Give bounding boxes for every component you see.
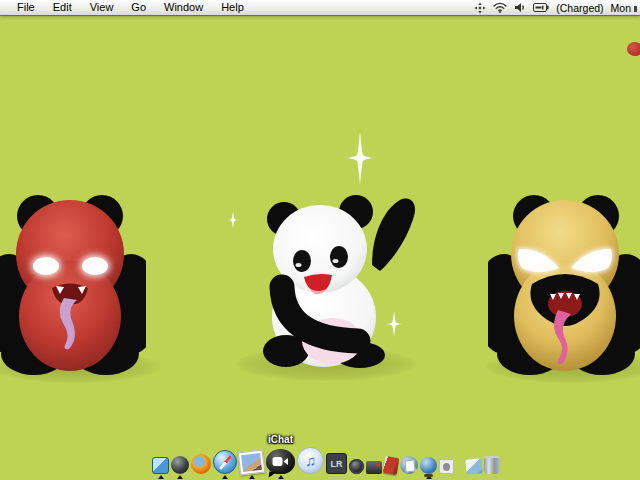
- battery-icon[interactable]: [533, 3, 549, 12]
- firefox-icon: [191, 454, 211, 474]
- desktop-wallpaper[interactable]: iChat ♫ LR: [0, 15, 640, 480]
- dock: iChat ♫ LR: [152, 447, 500, 479]
- safari-compass-icon: [213, 450, 237, 474]
- mac-desktop-screen: { "menu_bar": { "menus": [ {"label": "Fi…: [0, 0, 640, 480]
- wifi-icon[interactable]: [493, 2, 507, 13]
- dock-item-camera-app[interactable]: [366, 461, 382, 479]
- dock-item-red-book-app[interactable]: [384, 457, 398, 479]
- dock-item-globe-stand-app[interactable]: [420, 457, 437, 479]
- dock-item-ichat[interactable]: iChat: [266, 449, 295, 479]
- menu-window[interactable]: Window: [155, 0, 212, 15]
- menu-view[interactable]: View: [81, 0, 123, 15]
- dock-item-apple-box-app[interactable]: [439, 459, 454, 479]
- video-camera-glyph: [272, 456, 289, 467]
- dark-globe-icon: [171, 456, 189, 474]
- running-indicator: [158, 475, 164, 479]
- menu-file[interactable]: File: [8, 0, 44, 15]
- apple-box-icon: [439, 459, 454, 474]
- globe-stand-icon: [420, 457, 437, 474]
- menu-help[interactable]: Help: [212, 0, 253, 15]
- sparkle-small-left: [226, 211, 240, 229]
- gold-angry-panda-artwork: [488, 192, 640, 377]
- dock-item-dark-globe-app[interactable]: [171, 456, 189, 479]
- blue-document-icon: [465, 458, 482, 474]
- dock-item-itunes[interactable]: ♫: [297, 447, 324, 479]
- menu-bar-status: (Charged) Mon: [474, 2, 640, 14]
- menu-bar-clock[interactable]: Mon: [611, 2, 637, 14]
- dock-item-lightroom[interactable]: LR: [326, 453, 347, 479]
- dock-item-globe-document-app[interactable]: [400, 456, 418, 479]
- red-book-icon: [383, 456, 399, 475]
- camera-icon: [366, 461, 382, 474]
- running-indicator: [222, 475, 228, 479]
- trash-icon: [484, 456, 500, 474]
- battery-status-label[interactable]: (Charged): [556, 2, 603, 14]
- menu-go[interactable]: Go: [122, 0, 155, 15]
- lightroom-badge: LR: [331, 459, 343, 469]
- music-note-glyph: ♫: [305, 453, 316, 468]
- dock-item-trash[interactable]: [484, 456, 500, 479]
- finder-icon: [152, 457, 169, 474]
- running-indicator: [278, 475, 284, 479]
- running-indicator: [177, 475, 183, 479]
- menu-bar: File Edit View Go Window Help: [0, 0, 640, 15]
- dock-item-camera-lens-app[interactable]: [349, 459, 364, 479]
- ichat-bubble-icon: [266, 449, 295, 474]
- sparkle-large: [340, 129, 380, 187]
- white-waving-panda-artwork: [252, 191, 424, 375]
- four-arrows-icon[interactable]: [474, 2, 486, 14]
- dock-item-finder[interactable]: [152, 457, 169, 479]
- dock-item-iphoto[interactable]: [239, 451, 264, 479]
- red-dot-accent: [627, 42, 640, 56]
- dock-item-firefox[interactable]: [191, 454, 211, 479]
- iphoto-icon: [238, 450, 266, 476]
- menu-bar-menus: File Edit View Go Window Help: [0, 0, 253, 15]
- red-devil-panda-artwork: [0, 192, 146, 377]
- volume-icon[interactable]: [514, 2, 526, 13]
- globe-document-icon: [400, 456, 418, 474]
- lightroom-icon: LR: [326, 453, 347, 474]
- camera-lens-icon: [349, 459, 364, 474]
- running-indicator: [249, 475, 255, 479]
- dock-item-blue-document[interactable]: [466, 459, 482, 479]
- menu-edit[interactable]: Edit: [44, 0, 81, 15]
- dock-hover-label: iChat: [268, 434, 293, 445]
- dock-item-safari[interactable]: [213, 450, 237, 479]
- itunes-icon: ♫: [297, 447, 324, 474]
